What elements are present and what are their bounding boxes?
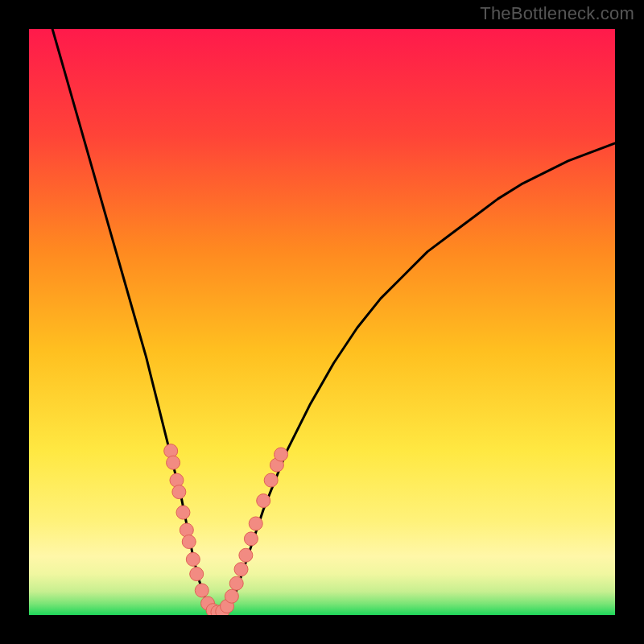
data-dot [264, 473, 278, 487]
chart-svg [29, 29, 615, 615]
data-dot [195, 584, 208, 597]
watermark-text: TheBottleneck.com [480, 3, 634, 24]
data-dot [182, 535, 196, 549]
data-dot [176, 506, 190, 519]
chart-frame: TheBottleneck.com [0, 0, 644, 644]
data-dot [239, 548, 253, 562]
data-dot [164, 444, 178, 458]
data-dot [186, 552, 200, 566]
data-dot [180, 523, 193, 537]
bottleneck-curve [52, 29, 615, 612]
data-dot [249, 517, 262, 530]
data-dot [244, 532, 258, 546]
data-dot [257, 494, 270, 508]
data-dot [229, 576, 243, 590]
plot-area [29, 29, 615, 615]
data-dot [225, 589, 238, 603]
data-dot [190, 568, 204, 581]
data-dot [234, 563, 248, 576]
data-dot [167, 456, 180, 469]
data-dot [275, 448, 288, 461]
curve-dots [164, 444, 288, 615]
data-dot [170, 473, 184, 487]
data-dot [172, 485, 186, 499]
